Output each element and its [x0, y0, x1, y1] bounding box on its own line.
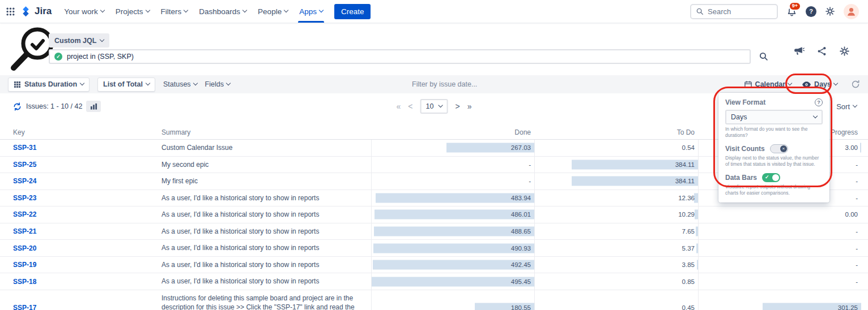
- done-duration-cell: 483.94: [371, 190, 534, 206]
- chevron-down-icon: [813, 114, 818, 118]
- todo-duration-cell: 384.11: [534, 173, 698, 190]
- format-select[interactable]: Days: [725, 110, 823, 124]
- nav-item-apps[interactable]: Apps: [293, 0, 329, 23]
- todo-duration-cell: 5.37: [534, 240, 698, 256]
- issue-key-link[interactable]: SSP-23: [0, 190, 148, 206]
- nav-item-projects[interactable]: Projects: [110, 0, 155, 23]
- issue-key-link[interactable]: SSP-20: [0, 240, 148, 256]
- duration-value: 3.00: [845, 144, 858, 151]
- issue-summary: As a user, I'd like a historical story t…: [148, 273, 371, 290]
- jql-mode-selector[interactable]: Custom JQL: [49, 33, 109, 48]
- done-duration-cell: 267.03: [371, 140, 534, 156]
- issue-key-link[interactable]: SSP-31: [0, 140, 148, 156]
- toggle-knob: [772, 174, 779, 181]
- chevron-down-icon: [833, 81, 838, 85]
- jql-search-submit-icon[interactable]: [759, 51, 768, 63]
- next-page-button[interactable]: >: [455, 102, 459, 110]
- nav-item-filters[interactable]: Filters: [155, 0, 194, 23]
- feedback-megaphone-icon[interactable]: [793, 46, 805, 58]
- page-size-select[interactable]: 10: [420, 99, 448, 114]
- chart-view-button[interactable]: [86, 101, 101, 112]
- issue-key-link[interactable]: SSP-18: [0, 273, 148, 290]
- issue-key-link[interactable]: SSP-17: [0, 290, 148, 310]
- data-bars-label: Data Bars: [725, 174, 757, 182]
- table-row: SSP-19As a user, I'd like a historical s…: [0, 257, 868, 274]
- prev-page-button[interactable]: <: [408, 102, 412, 110]
- issue-summary: As a user, I'd like a historical story t…: [148, 240, 371, 256]
- issue-summary: Instructions for deleting this sample bo…: [148, 290, 371, 310]
- duration-value: -: [856, 261, 858, 268]
- help-button[interactable]: ?: [806, 6, 816, 17]
- app-switcher-icon[interactable]: [6, 7, 15, 16]
- issue-key-link[interactable]: SSP-24: [0, 173, 148, 190]
- done-duration-cell: 488.65: [371, 223, 534, 240]
- column-header-key[interactable]: Key: [0, 128, 148, 136]
- fields-dropdown[interactable]: Fields: [205, 80, 230, 88]
- last-page-button[interactable]: »: [467, 102, 472, 110]
- nav-item-your-work[interactable]: Your work: [58, 0, 110, 23]
- notifications-button[interactable]: 9+: [786, 6, 797, 17]
- done-duration-cell: 492.45: [371, 257, 534, 273]
- issue-summary: My second epic: [148, 157, 371, 173]
- chevron-down-icon: [80, 81, 84, 85]
- data-bars-toggle[interactable]: ✓: [762, 173, 780, 182]
- chevron-down-icon: [788, 81, 792, 85]
- settings-gear-icon[interactable]: [825, 6, 835, 16]
- calendar-label: Calendar: [755, 80, 786, 88]
- duration-value: 495.45: [511, 278, 531, 285]
- nav-item-dashboards[interactable]: Dashboards: [193, 0, 252, 23]
- todo-duration-cell: 384.11: [534, 157, 698, 173]
- global-search-input[interactable]: Search: [690, 4, 778, 19]
- column-header-done[interactable]: Done: [371, 128, 534, 136]
- calendar-dropdown[interactable]: Calendar: [744, 80, 792, 89]
- report-toolbar: Status Duration List of Total Statuses F…: [0, 75, 868, 93]
- column-header-summary[interactable]: Summary: [148, 128, 371, 136]
- issue-summary: As a user, I'd like a historical story t…: [148, 190, 371, 206]
- panel-help-icon[interactable]: ?: [815, 98, 823, 106]
- todo-duration-cell: 10.29: [534, 206, 698, 223]
- nav-item-people[interactable]: People: [252, 0, 293, 23]
- duration-value: 267.03: [511, 144, 531, 151]
- duration-value: 0.45: [682, 304, 695, 310]
- data-bar: [373, 243, 534, 253]
- issue-key-link[interactable]: SSP-25: [0, 157, 148, 173]
- user-avatar[interactable]: [844, 4, 859, 19]
- page-size-value: 10: [426, 102, 434, 110]
- visit-counts-toggle[interactable]: ×: [770, 144, 788, 153]
- sort-dropdown[interactable]: Sort: [836, 102, 857, 111]
- report-type-button[interactable]: Status Duration: [8, 78, 90, 92]
- duration-value: 12.36: [678, 195, 695, 201]
- statuses-label: Statuses: [163, 80, 191, 88]
- date-filter-input[interactable]: Filter by issue date...: [412, 80, 477, 88]
- view-format-label: Days: [814, 80, 831, 88]
- jira-app-window: Jira Your workProjectsFiltersDashboardsP…: [0, 0, 868, 310]
- duration-value: 492.45: [511, 261, 531, 268]
- column-header-todo[interactable]: To Do: [534, 128, 698, 136]
- topnav-right-group: Search 9+ ?: [690, 4, 859, 19]
- toolbar-right-group: Calendar Days: [744, 80, 860, 89]
- todo-duration-cell: 12.36: [534, 190, 698, 206]
- create-button[interactable]: Create: [334, 4, 371, 19]
- inprogress-duration-cell: -: [698, 273, 861, 290]
- issue-key-link[interactable]: SSP-21: [0, 223, 148, 240]
- duration-value: 384.11: [675, 161, 695, 168]
- issues-count: Issues: 1 - 10 / 42: [26, 102, 82, 110]
- chevron-down-icon: [100, 8, 105, 12]
- visit-counts-help-text: Display next to the status value, the nu…: [725, 155, 823, 167]
- report-settings-gear-icon[interactable]: [839, 46, 850, 59]
- chevron-down-icon: [319, 8, 324, 12]
- jira-logo[interactable]: Jira: [20, 6, 52, 18]
- chevron-down-icon: [100, 37, 104, 41]
- issue-key-link[interactable]: SSP-19: [0, 257, 148, 273]
- reset-sync-icon[interactable]: [851, 80, 860, 89]
- statuses-dropdown[interactable]: Statuses: [163, 80, 197, 88]
- view-format-dropdown[interactable]: Days: [802, 80, 837, 88]
- first-page-button[interactable]: «: [397, 102, 401, 110]
- refresh-icon[interactable]: [13, 102, 22, 111]
- issue-key-link[interactable]: SSP-22: [0, 206, 148, 223]
- aggregation-button[interactable]: List of Total: [97, 78, 155, 92]
- share-icon[interactable]: [817, 46, 827, 58]
- table-row: SSP-22As a user, I'd like a historical s…: [0, 206, 868, 223]
- jql-query-input[interactable]: ✓ project in (SSP, SKP): [49, 49, 751, 64]
- chevron-down-icon: [438, 103, 442, 107]
